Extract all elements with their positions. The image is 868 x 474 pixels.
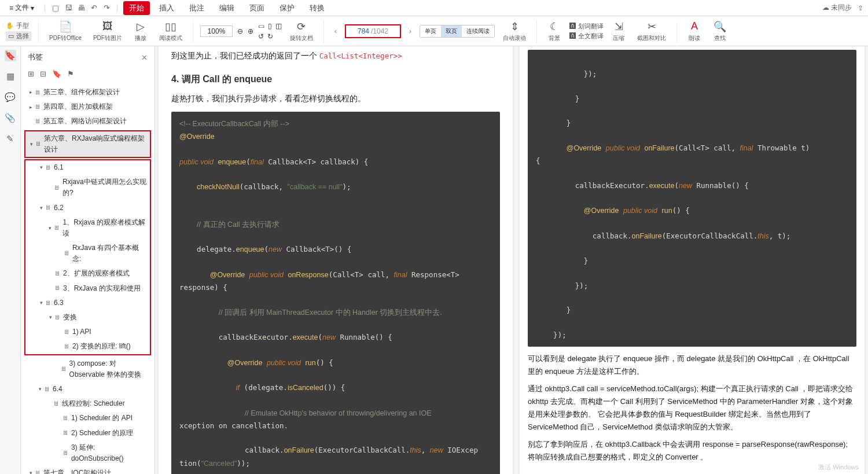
hand-tool[interactable]: ✋ 手型 <box>6 21 31 30</box>
comment-icon[interactable]: 💬 <box>5 91 16 103</box>
paragraph: 通过 okhttp3.Call call = serviceMethod.toC… <box>528 383 856 433</box>
bookmark-item[interactable]: 🗏线程控制: Scheduler <box>24 396 151 411</box>
next-page-button[interactable]: › <box>406 27 415 35</box>
bookmark-item[interactable]: 🗏2、扩展的观察者模式 <box>25 266 150 281</box>
bookmark-glyph-icon: 🗏 <box>54 223 60 233</box>
tree-twisty[interactable]: ▸ <box>28 88 34 96</box>
sync-status[interactable]: ☁ 未同步 <box>822 3 852 13</box>
bookmark-label: 6.2 <box>54 203 64 214</box>
compress-button[interactable]: ⇲压缩 <box>608 19 629 43</box>
attachment-icon[interactable]: 📎 <box>5 112 16 124</box>
rotate-doc-button[interactable]: ⟳旋转文档 <box>286 19 317 43</box>
bookmark-label: 第四章、图片加载框架 <box>43 101 113 112</box>
bookmark-item[interactable]: ▾🗏第六章、RXJava响应式编程框架设计 <box>25 131 150 157</box>
tree-twisty[interactable]: ▾ <box>47 224 53 232</box>
bookmark-item[interactable]: ▾🗏6.3 <box>25 296 150 310</box>
zoom-out-icon[interactable]: ⊖ <box>237 27 243 35</box>
tab-convert[interactable]: 转换 <box>304 1 330 15</box>
close-icon[interactable]: ✕ <box>141 53 148 62</box>
bookmark-item[interactable]: 🗏RxJava 有四个基本概念: <box>25 241 150 266</box>
tree-twisty[interactable]: ▾ <box>38 204 44 212</box>
tab-insert[interactable]: 插入 <box>153 1 180 15</box>
read-mode-button[interactable]: ▯▯阅读模式 <box>156 19 186 43</box>
edit-icon[interactable]: ✎ <box>5 133 16 145</box>
open-icon[interactable]: ▢ <box>51 3 60 13</box>
bookmark-item[interactable]: ▾🗏6.4 <box>24 382 151 396</box>
bookmark-item[interactable]: 🗏2) 变换的原理: lift() <box>25 339 150 354</box>
single-page-mode[interactable]: 单页 <box>420 25 441 37</box>
autoscroll-button[interactable]: ⇕自动滚动 <box>499 19 529 43</box>
bookmark-item[interactable]: ▾🗏变换 <box>25 310 150 325</box>
prev-page-button[interactable]: ‹ <box>331 27 340 35</box>
bookmark-item[interactable]: 🗏Rxjava中链式调用怎么实现的? <box>25 175 150 200</box>
tab-edit[interactable]: 编辑 <box>214 1 240 15</box>
bookmark-item[interactable]: 🗏第五章、网络访问框架设计 <box>24 114 151 128</box>
bookmark-label: 第五章、网络访问框架设计 <box>43 116 127 127</box>
pdf-to-image-button[interactable]: 🖼PDF转图片 <box>90 19 126 43</box>
tree-twisty[interactable]: ▾ <box>47 313 53 321</box>
bookmark-item[interactable]: 🗏3) compose: 对 Observable 整体的变换 <box>24 357 151 382</box>
zoom-in-icon[interactable]: ⊕ <box>248 27 253 35</box>
tab-start[interactable]: 开始 <box>123 1 150 15</box>
bookmark-item[interactable]: 🗏1) API <box>25 325 150 339</box>
find-button[interactable]: 🔍查找 <box>709 19 730 43</box>
bookmark-item[interactable]: 🗏2) Scheduler 的原理 <box>24 426 151 440</box>
bookmark-glyph-icon: 🗏 <box>62 448 69 458</box>
bookmark-glyph-icon: 🗏 <box>62 428 69 438</box>
save-icon[interactable]: 🖫 <box>64 3 73 13</box>
page-mode-toggle[interactable]: 单页 双页 连续阅读 <box>420 25 495 38</box>
collapse-all-icon[interactable]: ⊟ <box>40 69 46 78</box>
rotate-right-icon[interactable]: ↻ <box>267 32 273 41</box>
bookmark-item[interactable]: ▾🗏第七章、IOC架构设计 <box>24 466 151 474</box>
tree-twisty[interactable]: ▾ <box>28 469 34 474</box>
undo-icon[interactable]: ↶ <box>89 3 98 13</box>
tree-twisty[interactable]: ▾ <box>38 163 44 171</box>
bookmark-label: 变换 <box>63 312 77 323</box>
tree-twisty[interactable]: ▾ <box>37 385 43 393</box>
read-aloud-button[interactable]: A朗读 <box>684 19 705 43</box>
actual-size-icon[interactable]: ◫ <box>275 22 282 30</box>
page-indicator[interactable]: 784/1042 <box>345 24 401 38</box>
continuous-mode[interactable]: 连续阅读 <box>462 25 494 37</box>
tab-page[interactable]: 页面 <box>244 1 270 15</box>
play-button[interactable]: ▷播放 <box>130 19 151 43</box>
bookmark-flag-icon[interactable]: ⚑ <box>67 69 74 78</box>
tab-protect[interactable]: 保护 <box>274 1 300 15</box>
background-button[interactable]: ☾背景 <box>544 19 565 43</box>
add-bookmark-icon[interactable]: 🔖 <box>52 69 61 78</box>
tree-twisty[interactable]: ▾ <box>29 140 34 148</box>
expand-all-icon[interactable]: ⊞ <box>28 69 34 78</box>
bookmark-item[interactable]: 🗏1) Scheduler 的 API <box>24 411 151 425</box>
tab-annotate[interactable]: 批注 <box>183 1 210 15</box>
full-translate-button[interactable]: 🅰 全文翻译 <box>569 32 604 41</box>
bookmark-item[interactable]: ▾🗏1、Rxjava 的观察者模式解读 <box>25 215 150 241</box>
heading-4: 4. 调用 Call 的 enqueue <box>171 74 500 86</box>
rotate-left-icon[interactable]: ↺ <box>258 32 264 41</box>
bookmark-label: 2) Scheduler 的原理 <box>71 428 133 439</box>
tree-twisty[interactable]: ▸ <box>28 103 34 111</box>
file-menu[interactable]: ≡ 文件 ▾ <box>5 2 39 14</box>
code-block: <!-- ExecutorCallbackCall 内部 --> @Overri… <box>171 112 500 474</box>
document-viewport[interactable]: 到这里为止，我们已经成功的返回了一个 Call<List<Integer>> 4… <box>155 46 868 474</box>
share-icon[interactable]: ⇪ <box>858 4 863 12</box>
word-translate-button[interactable]: 🅰 划词翻译 <box>569 22 604 31</box>
bookmark-item[interactable]: 🗏3) 延伸: doOnSubscribe() <box>24 440 151 466</box>
tree-twisty[interactable]: ▾ <box>38 299 44 307</box>
select-tool[interactable]: ▭ 选择 <box>6 31 31 41</box>
bookmark-item[interactable]: ▾🗏6.1 <box>25 160 150 175</box>
double-page-mode[interactable]: 双页 <box>441 25 462 37</box>
fit-width-icon[interactable]: ▭ <box>258 22 264 30</box>
bookmark-item[interactable]: ▸🗏第四章、图片加载框架 <box>24 100 151 114</box>
thumbnail-icon[interactable]: ▦ <box>5 71 16 82</box>
bookmark-item[interactable]: 🗏3、RxJava 的实现和使用 <box>25 281 150 296</box>
pdf-to-office-button[interactable]: 📄PDF转Office <box>46 19 85 43</box>
bookmark-icon[interactable]: 🔖 <box>5 50 16 61</box>
screenshot-button[interactable]: ✂截图和对比 <box>634 19 670 43</box>
bookmark-item[interactable]: ▸🗏第三章、组件化框架设计 <box>24 85 151 100</box>
redo-icon[interactable]: ↷ <box>102 3 111 13</box>
bookmark-item[interactable]: ▾🗏6.2 <box>25 201 150 215</box>
page-right: }); } } @Override public void onFailure(… <box>520 46 865 474</box>
zoom-level[interactable]: 100% <box>200 25 233 37</box>
print-icon[interactable]: 🖶 <box>76 3 86 13</box>
fit-page-icon[interactable]: ▯ <box>268 22 272 30</box>
